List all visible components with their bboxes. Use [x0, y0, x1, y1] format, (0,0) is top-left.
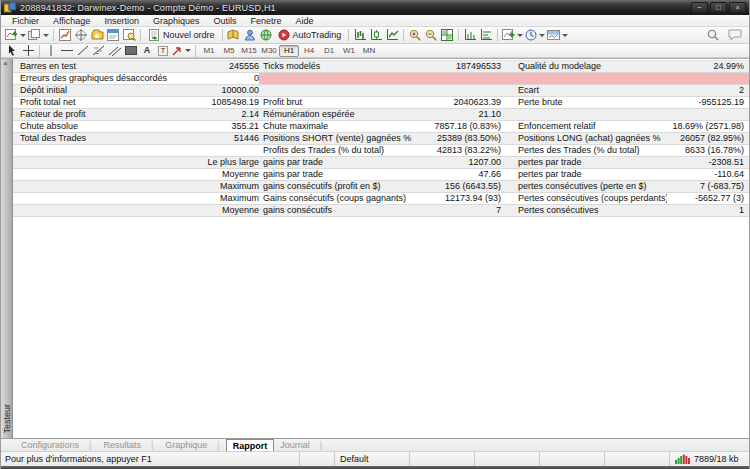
website-icon[interactable] — [258, 28, 274, 43]
chat-icon[interactable] — [727, 28, 743, 43]
data-window-icon[interactable] — [73, 28, 89, 43]
line-chart-icon[interactable] — [384, 28, 400, 43]
horizontal-line-icon[interactable] — [59, 45, 75, 57]
tester-panel-label: Testeur — [2, 404, 12, 434]
cursor-icon[interactable] — [4, 45, 20, 57]
metaeditor-icon[interactable] — [226, 28, 242, 43]
new-order-label: Nouvel ordre — [163, 30, 215, 40]
metric-value: 1085498.19 — [169, 97, 259, 108]
menu-item[interactable]: Outils — [206, 16, 243, 26]
metric-value — [169, 145, 259, 156]
strategy-tester-icon[interactable] — [121, 28, 137, 43]
candlestick-icon[interactable] — [368, 28, 384, 43]
timeframe-button[interactable]: M30 — [259, 45, 279, 57]
status-help-text: Pour plus d'informations, appuyer F1 — [1, 452, 299, 466]
vertical-line-icon[interactable] — [43, 45, 59, 57]
close-button[interactable]: × — [729, 2, 746, 13]
report-row: Barres en test 245556 Ticks modelés 1874… — [13, 61, 749, 73]
arrange-vertical-icon[interactable] — [478, 28, 494, 43]
report-view: Barres en test 245556 Ticks modelés 1874… — [13, 59, 749, 438]
new-chart-icon[interactable] — [4, 28, 27, 43]
metric-value — [423, 73, 501, 84]
metric-value: Maximum — [169, 193, 259, 204]
metric-label: Facteur de profit — [13, 109, 169, 120]
terminal-icon[interactable] — [105, 28, 121, 43]
bar-chart-icon[interactable] — [352, 28, 368, 43]
minimize-button[interactable]: − — [691, 2, 708, 13]
metric-value: Maximum — [169, 181, 259, 192]
menu-item[interactable]: Affichage — [46, 16, 97, 26]
text-icon[interactable]: A — [139, 45, 155, 57]
metric-value — [423, 85, 501, 96]
metric-value: 24.99% — [667, 61, 749, 72]
navigator-icon[interactable] — [89, 28, 105, 43]
arrows-icon[interactable] — [171, 45, 192, 57]
tester-tab[interactable]: Resultats — [97, 439, 159, 451]
timeframe-button[interactable]: MN — [359, 45, 379, 57]
timeframe-button[interactable]: W1 — [339, 45, 359, 57]
shapes-icon[interactable] — [123, 45, 139, 57]
metric-value — [667, 73, 749, 84]
fibonacci-icon[interactable] — [91, 45, 107, 57]
zoom-out-icon[interactable] — [423, 28, 439, 43]
menu-item[interactable]: Insertion — [97, 16, 146, 26]
tester-tab[interactable]: Graphique — [159, 439, 225, 451]
report-row: Erreurs des graphiques désaccordés 0 — [13, 73, 749, 85]
trendline-icon[interactable] — [75, 45, 91, 57]
indicators-icon[interactable] — [501, 28, 524, 43]
metric-label: gains par trade — [259, 157, 423, 168]
profiles-icon[interactable] — [27, 28, 50, 43]
timeframe-button[interactable]: M5 — [219, 45, 239, 57]
panel-close-icon[interactable]: × — [3, 60, 8, 68]
metric-value: Moyenne — [169, 169, 259, 180]
search-icon[interactable] — [705, 28, 721, 43]
channel-icon[interactable] — [107, 45, 123, 57]
metric-value: 245556 — [169, 61, 259, 72]
metric-label: Ticks modelés — [259, 61, 423, 72]
status-profile[interactable]: Default — [334, 452, 409, 466]
metric-value: 156 (6643.55) — [423, 181, 501, 192]
new-order-button[interactable]: Nouvel ordre — [144, 28, 219, 43]
metric-label: Perte brute — [501, 97, 667, 108]
tester-tab[interactable]: Rapport — [226, 439, 275, 451]
menu-item[interactable]: Graphiques — [146, 16, 207, 26]
autotrading-button[interactable]: AutoTrading — [274, 28, 346, 43]
tile-windows-icon[interactable] — [439, 28, 455, 43]
metric-value: 0 — [169, 73, 259, 84]
timeframe-button[interactable]: M15 — [239, 45, 259, 57]
menu-item[interactable]: Aide — [289, 16, 321, 26]
tester-tabs: ConfigurationsResultatsGraphiqueRapportJ… — [1, 438, 749, 451]
community-icon[interactable] — [242, 28, 258, 43]
metric-value: 10000.00 — [169, 85, 259, 96]
metric-value: -110.64 — [667, 169, 749, 180]
metric-label — [13, 157, 169, 168]
report-row: Moyenne gains consécutifs 7 Pertes consé… — [13, 205, 749, 217]
templates-icon[interactable] — [546, 28, 569, 43]
tester-tab[interactable]: Journal — [274, 439, 328, 451]
timeframe-button[interactable]: M1 — [199, 45, 219, 57]
menu-item[interactable]: Fenetre — [243, 16, 288, 26]
label-icon[interactable]: T — [155, 45, 171, 57]
report-row: Moyenne gains par trade 47.66 pertes par… — [13, 169, 749, 181]
crosshair-icon[interactable] — [20, 45, 36, 57]
tester-tab[interactable]: Configurations — [15, 439, 97, 451]
metric-value: -5652.77 (3) — [667, 193, 749, 204]
zoom-in-icon[interactable] — [407, 28, 423, 43]
metric-label — [13, 193, 169, 204]
status-memory: 7889/18 kb — [669, 452, 749, 466]
metric-value: 187496533 — [423, 61, 501, 72]
menu-bar: FichierAffichageInsertionGraphiquesOutil… — [1, 15, 749, 27]
metric-label — [259, 73, 423, 84]
market-watch-icon[interactable] — [57, 28, 73, 43]
status-bar: Pour plus d'informations, appuyer F1 Def… — [1, 451, 749, 466]
report-row: Facteur de profit 2.14 Rémunération espé… — [13, 109, 749, 121]
arrange-horizontal-icon[interactable] — [462, 28, 478, 43]
menu-item[interactable]: Fichier — [5, 16, 46, 26]
timeframe-button[interactable]: H4 — [299, 45, 319, 57]
timeframe-button[interactable]: D1 — [319, 45, 339, 57]
periods-icon[interactable] — [524, 28, 546, 43]
metric-value: 7857.18 (0.83%) — [423, 121, 501, 132]
report-row: Maximum Gains consécutifs (coups gagnant… — [13, 193, 749, 205]
timeframe-button[interactable]: H1 — [279, 45, 299, 57]
restore-button[interactable]: □ — [710, 2, 727, 13]
